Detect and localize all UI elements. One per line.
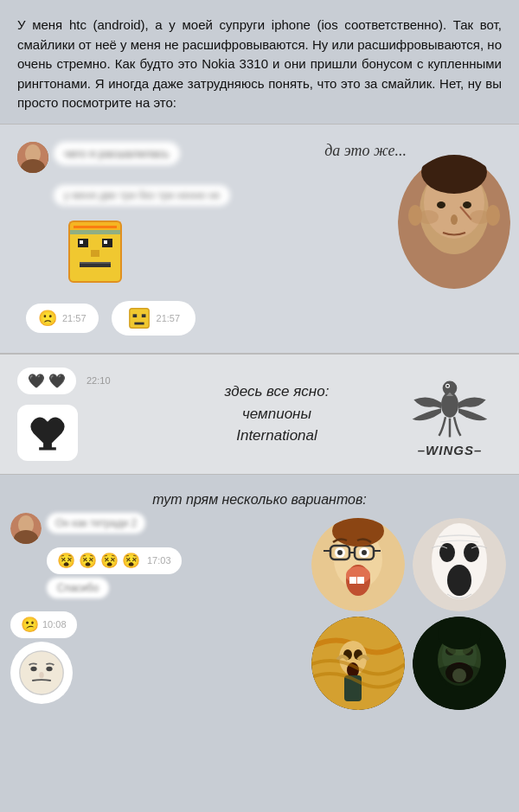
avatar-2-svg [10, 513, 42, 544]
svg-point-4 [437, 201, 445, 208]
green-photo-svg [413, 617, 506, 710]
svg-rect-23 [80, 262, 111, 264]
emoji-4: 😵 [122, 552, 140, 570]
time-right: 21:57 [157, 313, 181, 323]
shocked-man-svg [311, 518, 405, 611]
variants-section: тут прям несколько вариантов: Он как тет… [0, 475, 519, 732]
variants-chat-block-2: 😕 10:08 [10, 611, 294, 704]
hearts-time: 22:10 [86, 375, 111, 386]
svg-point-57 [337, 550, 343, 555]
photo-munch-scream [311, 617, 405, 710]
emoji-1: 😵 [57, 552, 75, 570]
svg-rect-33 [39, 447, 56, 450]
svg-point-45 [39, 672, 43, 678]
svg-point-10 [408, 205, 422, 226]
emoji-chat-section: да это же... [0, 124, 519, 354]
wings-caption: здесь все ясно: чемпионы International [156, 380, 398, 447]
svg-rect-29 [141, 314, 145, 317]
thanks-bubble: Спасибо [47, 578, 109, 598]
photo-scream-mask [413, 518, 506, 611]
time-left: 21:57 [62, 313, 86, 323]
svg-rect-28 [132, 314, 137, 317]
svg-rect-24 [74, 226, 117, 228]
svg-point-85 [438, 618, 481, 649]
blurred-bubble-3: Он как тетради 2 [47, 513, 145, 534]
variants-photos-grid [311, 513, 519, 715]
svg-rect-21 [104, 240, 107, 244]
wings-section: 🖤 🖤 22:10 здесь все ясно: чемпионы Inter… [0, 354, 519, 475]
photo-shocked-man [311, 518, 405, 611]
svg-rect-20 [80, 240, 83, 244]
munch-svg [311, 617, 405, 710]
wings-logo-svg [407, 370, 493, 439]
wings-brand-text: –WINGS– [398, 443, 502, 457]
spade-like-shape [26, 413, 69, 452]
emoji-3: 😵 [100, 552, 119, 570]
single-emoji: 😕 [21, 616, 39, 634]
blurred-bubble-1: чего я расшалилась [54, 142, 180, 165]
wings-caption-text: здесь все ясно: чемпионы International [225, 383, 330, 444]
wings-chat-left: 🖤 🖤 22:10 [17, 368, 156, 461]
tut-priam-label: тут прям несколько вариантов: [0, 483, 519, 513]
right-emoji-bubble: 21:57 [112, 301, 196, 336]
svg-point-5 [463, 201, 471, 208]
single-time: 10:08 [42, 619, 67, 630]
single-emoji-bubble: 😕 10:08 [10, 611, 77, 638]
small-face-emoji: 🙁 [38, 309, 57, 328]
variants-chat-row-3: Спасибо [10, 578, 294, 598]
wings-logo-area: –WINGS– [398, 370, 502, 457]
blurred-bubble-2: у меня две три без три ненне не [54, 185, 230, 206]
variants-content: Он как тетради 2 😵 😵 😵 😵 17:03 Спасибо [0, 513, 519, 715]
pixel-face-svg [61, 217, 130, 286]
variants-chat-row-1: Он как тетради 2 [10, 513, 294, 544]
scream-mask-svg [413, 518, 506, 611]
svg-rect-30 [134, 322, 144, 324]
large-emoji-circle [10, 642, 73, 704]
svg-point-38 [446, 385, 449, 387]
heart-2: 🖤 [48, 373, 66, 389]
svg-point-58 [362, 550, 367, 555]
variants-chat: Он как тетради 2 😵 😵 😵 😵 17:03 Спасибо [0, 513, 294, 704]
man-face-svg [398, 155, 510, 289]
variants-row-time: 😕 10:08 [10, 611, 294, 638]
heart-1: 🖤 [28, 373, 45, 389]
avatar-svg [17, 142, 48, 173]
big-heart-bubble [17, 405, 78, 461]
avatar-female [17, 142, 48, 173]
da-eto-zhe-label: да это же... [324, 142, 407, 160]
hearts-bubble-row: 🖤 🖤 22:10 [17, 368, 156, 394]
man-photo [398, 155, 510, 289]
intro-paragraph: У меня htc (android), а у моей супруги i… [17, 16, 502, 113]
emoji-2: 😵 [79, 552, 97, 570]
svg-point-66 [447, 565, 471, 596]
svg-point-11 [486, 205, 500, 226]
hearts-bubble: 🖤 🖤 [17, 368, 76, 394]
intro-text-section: У меня htc (android), а у моей супруги i… [0, 0, 519, 124]
large-face-svg [18, 649, 65, 696]
photo-green-tint [413, 617, 506, 710]
pixel-emoji-small [127, 306, 151, 330]
svg-rect-61 [357, 577, 364, 584]
svg-point-6 [451, 214, 458, 225]
svg-point-43 [30, 666, 36, 670]
avatar-2 [10, 513, 42, 544]
svg-point-44 [46, 666, 52, 670]
svg-rect-25 [91, 250, 99, 257]
bottom-emoji-row: 🙁 21:57 21:57 [17, 301, 502, 336]
svg-rect-60 [349, 577, 356, 584]
left-emoji-bubble: 🙁 21:57 [26, 304, 99, 333]
svg-rect-17 [69, 230, 121, 234]
svg-rect-27 [129, 308, 148, 327]
emoji-row-bubble: 😵 😵 😵 😵 17:03 [47, 547, 182, 574]
emoji-time: 17:03 [147, 555, 171, 566]
variants-chat-row-2: 😵 😵 😵 😵 17:03 [10, 547, 294, 574]
